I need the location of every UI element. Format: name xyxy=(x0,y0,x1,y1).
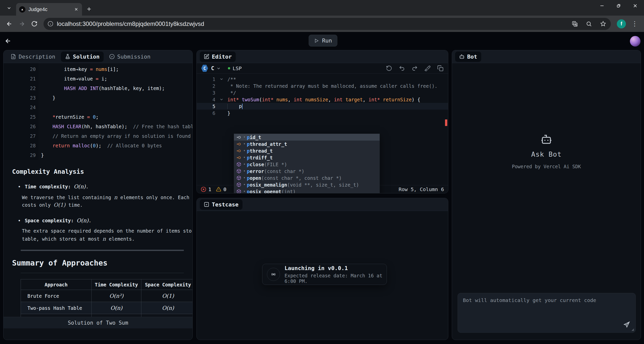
site-info-icon[interactable] xyxy=(48,21,53,27)
autocomplete-popup: •pid_t•pthread_attr_t•pthread_t•ptrdiff_… xyxy=(234,134,380,193)
function-symbol-icon xyxy=(236,176,242,180)
code-line: 29} xyxy=(4,150,192,160)
solution-footer: Solution of Two Sum xyxy=(4,317,192,328)
tab-label: Submission xyxy=(117,54,150,60)
typedef-symbol-icon xyxy=(236,148,242,153)
bot-panel: Bot Ask Bot Powered by Vercel Ai SDK xyxy=(452,50,641,340)
broadcast-icon xyxy=(267,268,280,281)
bot-large-icon xyxy=(540,133,552,145)
bookmark-star-icon[interactable] xyxy=(600,21,606,27)
tab-testcase[interactable]: Testcase xyxy=(200,199,243,210)
complexity-paragraph: The extra space required depends on the … xyxy=(12,228,192,243)
bot-empty-state: Ask Bot Powered by Vercel Ai SDK xyxy=(452,133,641,169)
browser-menu-icon[interactable]: ⋮ xyxy=(631,20,638,28)
completion-item[interactable]: •pclose(FILE *) xyxy=(234,161,380,168)
testcase-strip: Testcase xyxy=(197,198,448,211)
user-avatar[interactable] xyxy=(630,36,640,47)
resize-handle-icon[interactable] xyxy=(631,328,634,331)
editor-code-line[interactable]: 2 * Note: The returned array must be mal… xyxy=(197,82,448,89)
editor-code-line[interactable]: 1/** xyxy=(197,76,448,82)
app-header: Run xyxy=(0,32,644,50)
editor-code-line[interactable]: 5 p xyxy=(197,103,448,110)
browser-reload-icon[interactable] xyxy=(31,21,37,27)
summary-heading: Summary of Approaches xyxy=(12,259,192,267)
tab-title: Judge4c xyxy=(28,7,74,12)
window-close-icon[interactable] xyxy=(632,3,638,9)
table-row: Brute ForceO(n²)O(1) xyxy=(21,290,193,302)
bot-input-area xyxy=(458,293,636,333)
code-line: 20 item→key = nums[i]; xyxy=(4,64,192,74)
redo-icon[interactable] xyxy=(412,65,418,71)
completion-item[interactable]: •pthread_t xyxy=(234,147,380,154)
zoom-icon[interactable] xyxy=(586,21,592,27)
testcase-panel: Testcase Launching in v0.0.1 Expected re… xyxy=(196,198,448,340)
code-line: 26 HASH_CLEAR(hh, hashTable); // Free th… xyxy=(4,122,192,131)
judge4c-app: Run DescriptionSolutionSubmission 20 ite… xyxy=(0,32,644,344)
format-code-icon[interactable] xyxy=(424,65,431,71)
square-pen-icon xyxy=(204,54,209,59)
code-line: 22 HASH_ADD_INT(hashTable, key, item); xyxy=(4,83,192,93)
tab-submission[interactable]: Submission xyxy=(105,52,154,62)
translate-icon[interactable] xyxy=(572,21,578,27)
app-back-icon[interactable] xyxy=(5,37,12,45)
completion-item[interactable]: •posix_memalign(void **, size_t, size_t) xyxy=(234,181,380,188)
send-icon[interactable] xyxy=(623,321,630,328)
code-editor[interactable]: 1/**2 * Note: The returned array must be… xyxy=(197,74,448,186)
text-cursor xyxy=(242,104,243,109)
completion-item[interactable]: •popen(const char *, const char *) xyxy=(234,175,380,181)
completion-item[interactable]: •perror(const char *) xyxy=(234,168,380,175)
bot-subtitle: Powered by Vercel Ai SDK xyxy=(512,164,581,169)
run-button[interactable]: Run xyxy=(309,35,337,47)
problem-panel: DescriptionSolutionSubmission 20 item→ke… xyxy=(3,50,193,340)
browser-back-icon[interactable] xyxy=(6,21,13,27)
completion-item[interactable]: •pthread_attr_t xyxy=(234,141,380,147)
tab-label: Description xyxy=(19,54,55,60)
fold-chevron-icon[interactable] xyxy=(215,77,227,81)
tab-search-chevron-icon[interactable] xyxy=(4,3,14,13)
tab-description[interactable]: Description xyxy=(7,52,59,62)
tab-solution[interactable]: Solution xyxy=(61,52,104,62)
editor-code-line[interactable]: 3 */ xyxy=(197,89,448,96)
tab-bot[interactable]: Bot xyxy=(455,52,481,62)
code-line: 24 xyxy=(4,103,192,112)
fold-chevron-icon[interactable] xyxy=(215,97,227,102)
solution-content: 20 item→key = nums[i];21 item→value = i;… xyxy=(4,63,192,328)
window-minimize-icon[interactable] xyxy=(599,3,605,9)
error-icon xyxy=(201,187,206,192)
tab-close-icon[interactable] xyxy=(74,7,78,12)
copy-code-icon[interactable] xyxy=(437,65,444,71)
editor-code-line[interactable]: 4int* twoSum(int* nums, int numsSize, in… xyxy=(197,96,448,103)
warning-icon xyxy=(216,187,221,192)
language-select-chevron-icon[interactable] xyxy=(216,66,221,71)
completion-item[interactable]: •posix_openpt(int) xyxy=(234,188,380,193)
editor-code-line[interactable]: 6} xyxy=(197,110,448,116)
circle-check-icon xyxy=(109,54,115,59)
editor-strip: Editor xyxy=(197,50,448,63)
editor-panel: Editor C C LSP xyxy=(196,50,448,193)
lsp-label: LSP xyxy=(233,65,242,71)
warning-count: 0 xyxy=(223,186,226,192)
undo-icon[interactable] xyxy=(399,65,405,71)
url-bar[interactable]: localhost:3000/problems/cm8pjqdem0001ty8… xyxy=(44,18,611,30)
window-restore-icon[interactable] xyxy=(616,3,621,9)
function-symbol-icon xyxy=(236,189,242,193)
divider xyxy=(21,250,184,251)
editor-toolbar: C C LSP xyxy=(197,63,448,74)
bot-input[interactable] xyxy=(458,293,636,333)
browser-toolbar: localhost:3000/problems/cm8pjqdem0001ty8… xyxy=(0,16,644,32)
function-symbol-icon xyxy=(236,182,242,187)
complexity-item: •Space complexity: O(n). xyxy=(12,217,192,224)
code-line: 28 return malloc(0); // Allocate 0 bytes xyxy=(4,141,192,150)
browser-profile-avatar[interactable]: f xyxy=(617,19,626,28)
completion-item[interactable]: •pid_t xyxy=(234,134,380,141)
reset-code-icon[interactable] xyxy=(386,65,392,71)
browser-forward-icon[interactable] xyxy=(19,21,25,27)
url-text[interactable]: localhost:3000/problems/cm8pjqdem0001ty8… xyxy=(57,20,572,27)
tab-editor[interactable]: Editor xyxy=(200,52,236,62)
browser-tab[interactable]: ▲ Judge4c xyxy=(16,3,82,16)
favicon-judge4c-icon: ▲ xyxy=(19,6,25,13)
error-overview-mark xyxy=(445,119,447,126)
lsp-status-dot xyxy=(228,67,230,69)
new-tab-button[interactable] xyxy=(86,6,92,12)
completion-item[interactable]: •ptrdiff_t xyxy=(234,154,380,161)
